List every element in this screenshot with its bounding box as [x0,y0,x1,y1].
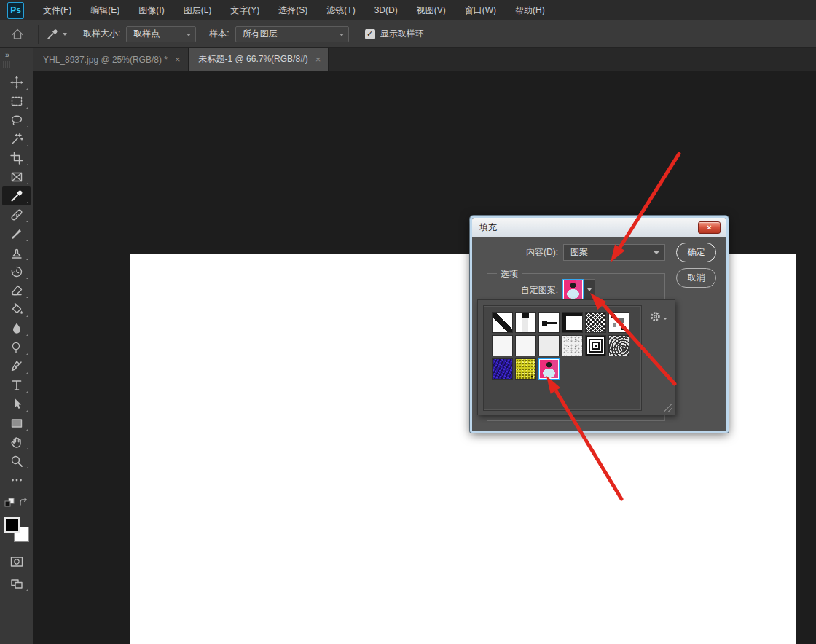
pattern-picker-menu-button[interactable] [650,311,667,322]
collapse-tooldock-button[interactable]: » [0,48,33,60]
current-tool-button[interactable] [43,28,70,41]
chevron-down-icon [654,251,659,254]
content-select[interactable]: 图案 [563,244,665,261]
content-label: 内容(D): [472,246,558,259]
lasso-tool[interactable] [2,111,31,130]
pattern-swatch-yellow-texture[interactable] [516,359,536,379]
type-tool[interactable] [2,376,31,395]
options-bar: 取样大小: 取样点 样本: 所有图层 ✓ 显示取样环 [0,20,816,48]
pattern-swatch-concentric-squares[interactable] [586,336,605,356]
tab-yhl-8937[interactable]: YHL_8937.jpg @ 25%(RGB/8) * × [33,48,189,71]
pattern-swatch-purple-texture[interactable] [493,359,512,379]
ok-button[interactable]: 确定 [676,243,716,262]
document-tab-bar: YHL_8937.jpg @ 25%(RGB/8) * × 未标题-1 @ 66… [33,48,816,71]
menu-bar: Ps 文件(F) 编辑(E) 图像(I) 图层(L) 文字(Y) 选择(S) 滤… [0,0,816,20]
pattern-swatch-diagonal-line[interactable] [493,313,512,332]
options-separator [38,25,39,44]
tab-untitled-1[interactable]: 未标题-1 @ 66.7%(RGB/8#) × [189,48,329,71]
menu-image[interactable]: 图像(I) [129,0,173,20]
pattern-swatch-well [483,305,642,411]
custom-pattern-thumbnail[interactable] [562,279,584,300]
pen-tool[interactable] [2,357,31,376]
spot-healing-brush-tool[interactable] [2,205,31,224]
photoshop-logo: Ps [7,2,24,19]
crop-tool[interactable] [2,149,31,168]
foreground-color-swatch[interactable] [4,517,20,533]
chevron-down-icon [587,288,592,291]
tab-label: 未标题-1 @ 66.7%(RGB/8#) [199,53,308,66]
dialog-title: 填充 [479,221,698,234]
photo-pattern-preview [564,280,582,299]
close-icon[interactable]: × [315,54,321,65]
menu-view[interactable]: 视图(V) [407,0,455,20]
path-selection-tool[interactable] [2,395,31,414]
rectangle-tool[interactable] [2,414,31,433]
menu-select[interactable]: 选择(S) [269,0,317,20]
cancel-button[interactable]: 取消 [676,268,716,288]
menu-filter[interactable]: 滤镜(T) [317,0,364,20]
pattern-swatch-squiggle-texture[interactable] [609,336,629,356]
pattern-swatch-white[interactable] [516,336,536,356]
move-tool[interactable] [2,73,31,92]
resize-grip[interactable] [662,401,672,412]
pattern-swatch-photo-selected[interactable] [539,359,559,379]
pattern-swatch-polka-dots[interactable] [586,313,605,332]
eraser-tool[interactable] [2,281,31,300]
options-group-label: 选项 [497,268,522,280]
zoom-tool[interactable] [2,452,31,471]
sample-value: 所有图层 [243,28,278,40]
menu-layer[interactable]: 图层(L) [174,0,221,20]
paint-bucket-tool[interactable] [2,300,31,319]
show-sampling-ring-checkbox[interactable]: ✓ [365,29,375,39]
swap-colors-icon[interactable] [17,497,29,508]
magic-wand-tool[interactable] [2,130,31,149]
dodge-tool[interactable] [2,338,31,357]
brush-tool[interactable] [2,224,31,243]
edit-toolbar-button[interactable] [2,471,31,490]
custom-pattern-dropdown-arrow[interactable] [584,279,595,300]
blur-tool[interactable] [2,319,31,338]
menu-type[interactable]: 文字(Y) [221,0,269,20]
pattern-swatch-off-white[interactable] [539,336,559,356]
menu-window[interactable]: 窗口(W) [455,0,506,20]
chevron-down-icon [340,34,344,36]
pattern-picker-panel [477,299,675,415]
pattern-swatch-gray-noise[interactable] [562,336,582,356]
history-brush-tool[interactable] [2,262,31,281]
tab-label: YHL_8937.jpg @ 25%(RGB/8) * [43,55,168,65]
pattern-swatch-vertical-bar[interactable] [516,313,536,332]
tool-dock: » [0,48,33,644]
menu-file[interactable]: 文件(F) [34,0,81,20]
menu-help[interactable]: 帮助(H) [506,0,554,20]
pattern-swatch-corner-frame[interactable] [562,313,582,332]
pattern-swatch-white[interactable] [493,336,512,356]
chevron-down-icon [663,318,667,320]
sample-label: 样本: [209,28,229,40]
screen-mode-button[interactable] [2,574,31,593]
frame-tool[interactable] [2,168,31,186]
sample-select[interactable]: 所有图层 [235,26,349,42]
fill-dialog-body: 内容(D): 图案 确定 取消 选项 自定图案: [472,237,726,431]
sample-size-select[interactable]: 取样点 [126,26,196,42]
quick-mask-button[interactable] [2,552,31,571]
fill-dialog-titlebar[interactable]: 填充 × [472,218,726,237]
sample-size-value: 取样点 [133,28,160,40]
menu-3d[interactable]: 3D(D) [365,0,407,20]
eyedropper-tool[interactable] [2,186,31,205]
rectangular-marquee-tool[interactable] [2,92,31,111]
hand-tool[interactable] [2,433,31,452]
close-icon[interactable]: × [175,54,181,65]
color-swatches [4,517,29,542]
default-colors-icon[interactable] [4,497,15,508]
pattern-grid [484,306,641,379]
chevron-down-icon [63,33,67,36]
home-icon[interactable] [10,27,25,42]
clone-stamp-tool[interactable] [2,243,31,262]
fill-dialog: 填充 × 内容(D): 图案 确定 取消 选项 自定图案: [470,216,729,433]
close-icon[interactable]: × [698,221,721,234]
pattern-swatch-scattered-squares[interactable] [609,313,629,332]
menu-edit[interactable]: 编辑(E) [81,0,129,20]
dock-grip[interactable] [3,61,12,68]
pattern-swatch-square-with-dash[interactable] [539,313,559,332]
custom-pattern-label: 自定图案: [472,284,558,297]
